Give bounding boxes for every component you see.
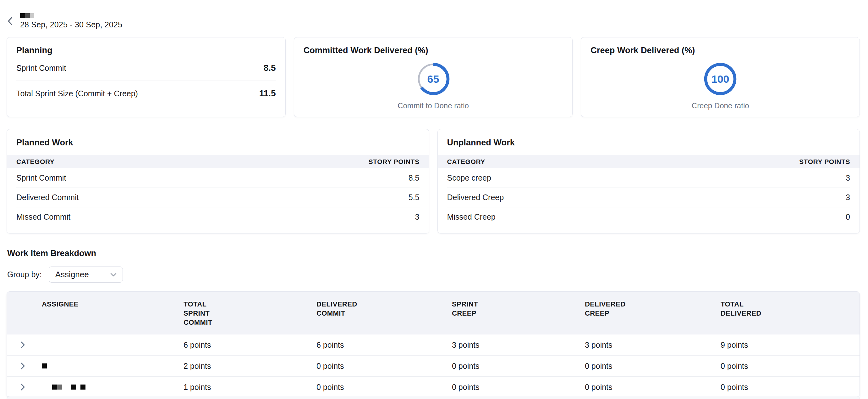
column-header-story-points: STORY POINTS (799, 158, 850, 166)
work-tables-row: Planned Work CATEGORY STORY POINTS Sprin… (7, 129, 860, 233)
column-header-total-sprint-commit: TOTAL SPRINT COMMIT (184, 300, 231, 327)
planning-row-label: Sprint Commit (16, 63, 66, 73)
table-row: 1 points 0 points 0 points 0 points 0 po… (7, 376, 860, 397)
delivered-creep-cell: 0 points (585, 362, 721, 371)
category-cell: Delivered Commit (16, 193, 79, 202)
expand-row-button[interactable] (19, 383, 27, 391)
expand-row-button[interactable] (19, 362, 27, 370)
creep-card-title: Creep Work Delivered (%) (590, 46, 850, 55)
work-item-breakdown-title: Work Item Breakdown (7, 249, 868, 258)
sprint-date-range: 28 Sep, 2025 - 30 Sep, 2025 (20, 20, 122, 29)
total-sprint-commit-cell: 2 points (184, 362, 316, 371)
total-delivered-cell: 9 points (721, 340, 860, 350)
redacted-block (30, 13, 34, 18)
total-sprint-commit-cell: 1 points (184, 382, 316, 392)
committed-ring-caption: Commit to Done ratio (398, 101, 469, 110)
delivered-creep-cell: 0 points (585, 382, 721, 392)
category-cell: Missed Creep (447, 212, 496, 222)
next-section-peek (7, 396, 860, 399)
creep-work-delivered-card: Creep Work Delivered (%) 100 Creep Done … (581, 37, 860, 117)
planned-work-title: Planned Work (7, 129, 429, 155)
back-button[interactable] (4, 16, 16, 27)
points-cell: 5.5 (408, 193, 420, 202)
chevron-right-icon (21, 341, 25, 349)
table-row: Missed Commit 3 (7, 207, 429, 227)
total-delivered-cell: 0 points (721, 382, 860, 392)
category-cell: Delivered Creep (447, 193, 504, 202)
sprint-report-page: 28 Sep, 2025 - 30 Sep, 2025 Planning Spr… (0, 0, 868, 399)
column-header-delivered-creep: DELIVERED CREEP (585, 300, 632, 318)
column-header-assignee: ASSIGNEE (42, 300, 89, 309)
chevron-right-icon (21, 383, 25, 391)
unplanned-work-title: Unplanned Work (438, 129, 860, 155)
committed-work-delivered-card: Committed Work Delivered (%) 65 Commit t… (294, 37, 573, 117)
planning-row-sprint-commit: Sprint Commit 8.5 (16, 55, 276, 81)
group-by-label: Group by: (7, 270, 42, 279)
table-row: Delivered Creep 3 (438, 188, 860, 207)
planning-row-label: Total Sprint Size (Commit + Creep) (16, 89, 138, 98)
chevron-down-icon (110, 273, 117, 277)
redacted-block (71, 384, 76, 390)
planning-card-title: Planning (16, 46, 276, 55)
redacted-block (81, 384, 86, 390)
creep-progress-ring: 100 (704, 62, 737, 96)
group-by-row: Group by: Assignee (7, 266, 868, 283)
points-cell: 3 (846, 193, 850, 202)
committed-card-title: Committed Work Delivered (%) (304, 46, 563, 55)
breakdown-table-header: ASSIGNEE TOTAL SPRINT COMMIT DELIVERED C… (7, 292, 860, 335)
delivered-commit-cell: 6 points (316, 340, 452, 350)
redacted-block (20, 13, 25, 18)
assignee-cell (42, 335, 184, 355)
column-header-sprint-creep: SPRINT CREEP (452, 300, 499, 318)
points-cell: 8.5 (408, 173, 420, 182)
category-cell: Scope creep (447, 173, 491, 182)
column-header-story-points: STORY POINTS (368, 158, 419, 166)
assignee-cell-redacted (42, 355, 184, 376)
committed-progress-ring: 65 (417, 62, 450, 96)
total-sprint-commit-cell: 6 points (184, 340, 316, 350)
planning-row-total-sprint-size: Total Sprint Size (Commit + Creep) 11.5 (16, 81, 276, 106)
category-cell: Sprint Commit (16, 173, 66, 182)
table-row: Scope creep 3 (438, 168, 860, 188)
table-row: 6 points 6 points 3 points 3 points 9 po… (7, 335, 860, 355)
chevron-right-icon (21, 362, 25, 370)
unplanned-work-header: CATEGORY STORY POINTS (438, 155, 860, 168)
creep-ring-caption: Creep Done ratio (692, 101, 749, 110)
planned-work-header: CATEGORY STORY POINTS (7, 155, 429, 168)
committed-ring-zone: 65 Commit to Done ratio (304, 62, 563, 110)
sprint-creep-cell: 3 points (452, 340, 585, 350)
chevron-left-icon (7, 17, 13, 26)
delivered-commit-cell: 0 points (316, 382, 452, 392)
group-by-selected-value: Assignee (55, 270, 89, 279)
redacted-block (25, 13, 30, 18)
summary-cards-row: Planning Sprint Commit 8.5 Total Sprint … (7, 37, 860, 117)
sprint-title-block: 28 Sep, 2025 - 30 Sep, 2025 (20, 13, 122, 29)
planning-card: Planning Sprint Commit 8.5 Total Sprint … (7, 37, 286, 117)
delivered-commit-cell: 0 points (316, 362, 452, 371)
expander-cell (7, 362, 42, 370)
column-header-total-delivered: TOTAL DELIVERED (721, 300, 768, 318)
planned-work-card: Planned Work CATEGORY STORY POINTS Sprin… (7, 129, 429, 233)
points-cell: 3 (846, 173, 850, 182)
points-cell: 0 (846, 212, 850, 222)
redacted-block (52, 384, 57, 390)
group-by-dropdown[interactable]: Assignee (49, 266, 123, 283)
sprint-creep-cell: 0 points (452, 362, 585, 371)
expander-cell (7, 383, 42, 391)
table-row: Delivered Commit 5.5 (7, 188, 429, 207)
redacted-block (57, 384, 62, 390)
unplanned-work-card: Unplanned Work CATEGORY STORY POINTS Sco… (437, 129, 860, 233)
expand-row-button[interactable] (19, 341, 27, 349)
total-delivered-cell: 0 points (721, 362, 860, 371)
column-header-category: CATEGORY (447, 158, 485, 166)
category-cell: Missed Commit (16, 212, 70, 222)
sprint-creep-cell: 0 points (452, 382, 585, 392)
planning-row-value: 8.5 (264, 63, 276, 73)
delivered-creep-cell: 3 points (585, 340, 721, 350)
table-row: Missed Creep 0 (438, 207, 860, 227)
sprint-title-redacted (20, 13, 122, 18)
committed-ring-value: 65 (417, 62, 450, 96)
redacted-block (42, 364, 47, 369)
expander-cell (7, 341, 42, 349)
table-row: 2 points 0 points 0 points 0 points 0 po… (7, 355, 860, 376)
